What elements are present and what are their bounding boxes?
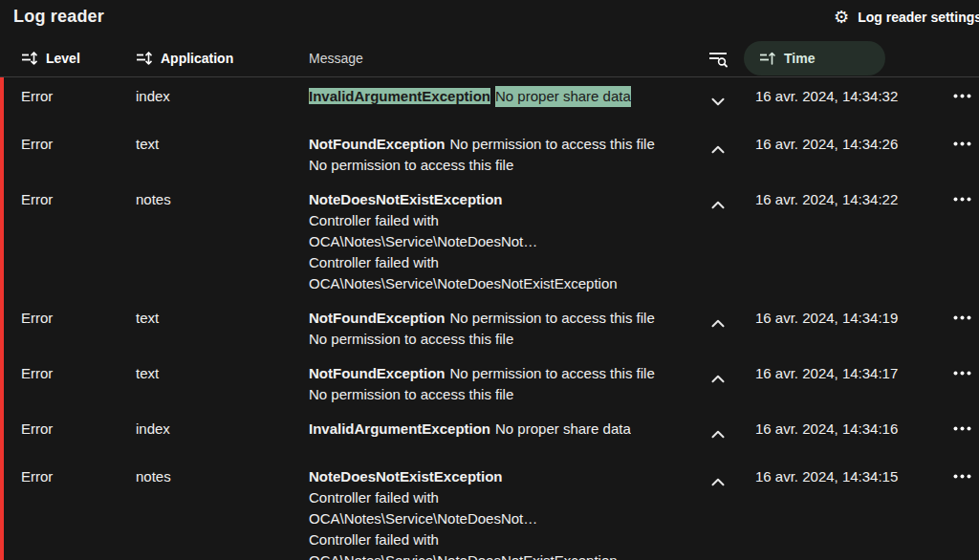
table-header: Level Application Message Time	[0, 40, 979, 77]
log-actions-cell	[945, 86, 979, 98]
expand-toggle-button[interactable]	[711, 430, 725, 439]
log-exception: NotFoundException	[309, 310, 446, 326]
log-application: text	[136, 308, 309, 329]
log-application: text	[136, 134, 309, 155]
log-message-summary: NoteDoesNotExistExceptionController fail…	[309, 466, 704, 529]
log-exception: NoteDoesNotExistException	[309, 468, 503, 485]
log-message-text: No proper share data	[495, 86, 631, 107]
log-message-text: No proper share data	[495, 419, 631, 440]
column-header-application[interactable]: Application	[136, 51, 309, 66]
settings-button-label: Log reader settings	[858, 10, 979, 25]
log-message-text: No permission to access this file	[450, 308, 655, 329]
ellipsis-icon	[953, 474, 971, 479]
chevron-down-icon	[711, 145, 725, 154]
log-message-text: No permission to access this file	[450, 134, 655, 155]
chevron-down-icon	[711, 430, 725, 439]
log-detail: No permission to access this file	[309, 155, 704, 176]
log-exception: InvalidArgumentException	[309, 88, 490, 104]
log-application: notes	[136, 189, 309, 210]
log-row: Error index InvalidArgumentExceptionNo p…	[21, 77, 979, 125]
sort-updown-icon	[136, 52, 152, 65]
log-level: Error	[21, 189, 136, 210]
expand-toggle-button[interactable]	[711, 375, 725, 383]
row-actions-button[interactable]	[953, 371, 971, 376]
log-level: Error	[21, 363, 136, 384]
expand-toggle-button[interactable]	[711, 478, 725, 486]
message-filter-button[interactable]	[708, 50, 728, 68]
log-time: 16 avr. 2024, 14:34:32	[732, 86, 945, 107]
search-in-list-icon	[708, 50, 728, 68]
log-actions-cell	[945, 308, 979, 320]
log-message-text: No permission to access this file	[450, 363, 655, 384]
expand-toggle-button[interactable]	[711, 145, 725, 154]
expand-toggle-button[interactable]	[711, 319, 725, 328]
log-message-summary: InvalidArgumentExceptionNo proper share …	[309, 419, 704, 440]
log-exception: NotFoundException	[309, 365, 446, 381]
log-detail: No permission to access this file	[309, 329, 704, 350]
row-actions-button[interactable]	[953, 141, 971, 146]
log-level: Error	[21, 308, 136, 329]
log-actions-cell	[945, 134, 979, 146]
log-expand-cell	[704, 419, 732, 439]
expand-toggle-button[interactable]	[711, 201, 725, 209]
ellipsis-icon	[953, 94, 971, 98]
page-title: Log reader	[13, 7, 104, 27]
ellipsis-icon	[953, 426, 971, 431]
log-time: 16 avr. 2024, 14:34:17	[732, 363, 945, 384]
log-detail: Controller failed with OCA\Notes\Service…	[309, 252, 704, 294]
chevron-down-icon	[711, 319, 725, 328]
log-expand-cell	[704, 466, 732, 486]
log-application: index	[136, 419, 309, 440]
log-application: notes	[136, 466, 309, 487]
column-header-time[interactable]: Time	[744, 41, 885, 75]
row-actions-button[interactable]	[953, 94, 971, 98]
column-header-message: Message	[309, 51, 704, 66]
log-detail: Controller failed with OCA\Notes\Service…	[309, 529, 704, 560]
column-label-time: Time	[784, 51, 815, 66]
log-row: Error text NotFoundExceptionNo permissio…	[21, 299, 979, 355]
log-application: index	[136, 86, 309, 107]
log-actions-cell	[945, 363, 979, 376]
column-label-level: Level	[46, 51, 80, 66]
log-row: Error index InvalidArgumentExceptionNo p…	[21, 410, 979, 458]
row-actions-button[interactable]	[953, 315, 971, 320]
chevron-down-icon	[711, 97, 725, 106]
log-expand-cell	[704, 363, 732, 383]
log-detail: No permission to access this file	[309, 384, 704, 405]
log-exception: InvalidArgumentException	[309, 420, 490, 437]
ellipsis-icon	[953, 141, 971, 146]
column-label-message: Message	[309, 51, 363, 66]
log-time: 16 avr. 2024, 14:34:26	[732, 134, 945, 155]
log-time: 16 avr. 2024, 14:34:16	[732, 419, 945, 440]
log-reader-settings-button[interactable]: ⚙ Log reader settings	[834, 9, 979, 26]
log-message-summary: NoteDoesNotExistExceptionController fail…	[309, 189, 704, 252]
log-level: Error	[21, 466, 136, 487]
chevron-down-icon	[711, 375, 725, 383]
column-header-level[interactable]: Level	[21, 51, 136, 66]
log-row: Error notes NoteDoesNotExistExceptionCon…	[21, 458, 979, 560]
row-actions-button[interactable]	[953, 197, 971, 202]
log-row: Error notes NoteDoesNotExistExceptionCon…	[21, 181, 979, 299]
log-level: Error	[21, 86, 136, 107]
title-bar: Log reader ⚙ Log reader settings	[0, 0, 979, 40]
log-actions-cell	[945, 419, 979, 431]
column-label-application: Application	[161, 51, 233, 66]
log-exception: NotFoundException	[309, 136, 446, 152]
chevron-down-icon	[711, 201, 725, 209]
row-actions-button[interactable]	[953, 426, 971, 431]
ellipsis-icon	[953, 197, 971, 202]
log-time: 16 avr. 2024, 14:34:15	[732, 466, 945, 487]
log-table-body: Error index InvalidArgumentExceptionNo p…	[0, 77, 979, 560]
log-message-summary: NotFoundExceptionNo permission to access…	[309, 308, 704, 329]
gear-icon: ⚙	[834, 9, 849, 26]
row-actions-button[interactable]	[953, 474, 971, 479]
ellipsis-icon	[953, 371, 971, 376]
sort-updown-icon	[21, 52, 37, 65]
log-actions-cell	[945, 189, 979, 202]
log-message-summary: NotFoundExceptionNo permission to access…	[309, 363, 704, 384]
expand-toggle-button[interactable]	[711, 97, 725, 106]
log-expand-cell	[704, 189, 732, 209]
log-expand-cell	[704, 134, 732, 154]
chevron-down-icon	[711, 478, 725, 486]
log-actions-cell	[945, 466, 979, 479]
